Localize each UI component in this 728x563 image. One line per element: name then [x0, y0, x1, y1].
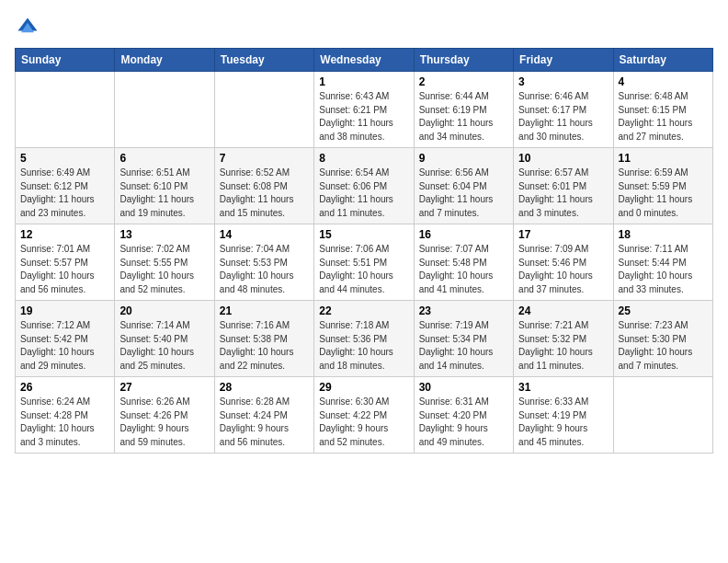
- calendar-cell: 25Sunrise: 7:23 AM Sunset: 5:30 PM Dayli…: [613, 301, 712, 377]
- calendar-week-row: 1Sunrise: 6:43 AM Sunset: 6:21 PM Daylig…: [16, 72, 713, 148]
- day-number: 22: [319, 304, 408, 317]
- day-number: 7: [220, 152, 309, 165]
- calendar-cell: 24Sunrise: 7:21 AM Sunset: 5:32 PM Dayli…: [514, 301, 613, 377]
- day-number: 6: [119, 152, 209, 165]
- day-info: Sunrise: 6:49 AM Sunset: 6:12 PM Dayligh…: [20, 167, 109, 220]
- calendar-header-saturday: Saturday: [613, 49, 712, 72]
- calendar-cell: [214, 72, 313, 148]
- day-info: Sunrise: 7:19 AM Sunset: 5:34 PM Dayligh…: [419, 319, 508, 373]
- calendar-cell: 18Sunrise: 7:11 AM Sunset: 5:44 PM Dayli…: [613, 224, 712, 301]
- day-number: 30: [419, 381, 508, 394]
- calendar-header-monday: Monday: [115, 49, 214, 72]
- calendar-cell: 23Sunrise: 7:19 AM Sunset: 5:34 PM Dayli…: [414, 301, 513, 377]
- calendar-header-sunday: Sunday: [16, 49, 115, 72]
- day-number: 11: [619, 152, 708, 165]
- day-info: Sunrise: 6:31 AM Sunset: 4:20 PM Dayligh…: [419, 396, 508, 449]
- day-info: Sunrise: 6:56 AM Sunset: 6:04 PM Dayligh…: [419, 167, 508, 220]
- calendar-cell: 29Sunrise: 6:30 AM Sunset: 4:22 PM Dayli…: [314, 377, 414, 454]
- day-number: 23: [419, 304, 508, 317]
- day-number: 19: [20, 304, 109, 317]
- day-info: Sunrise: 6:26 AM Sunset: 4:26 PM Dayligh…: [119, 396, 209, 449]
- day-number: 3: [518, 75, 608, 88]
- calendar-header-thursday: Thursday: [414, 49, 513, 72]
- day-number: 8: [319, 152, 408, 165]
- day-info: Sunrise: 6:30 AM Sunset: 4:22 PM Dayligh…: [319, 396, 408, 449]
- day-info: Sunrise: 7:09 AM Sunset: 5:46 PM Dayligh…: [518, 243, 608, 296]
- day-number: 18: [619, 228, 708, 241]
- day-info: Sunrise: 7:02 AM Sunset: 5:55 PM Dayligh…: [119, 243, 209, 296]
- calendar-cell: 8Sunrise: 6:54 AM Sunset: 6:06 PM Daylig…: [314, 148, 414, 224]
- calendar-cell: [115, 72, 214, 148]
- calendar-cell: 20Sunrise: 7:14 AM Sunset: 5:40 PM Dayli…: [115, 301, 214, 377]
- day-info: Sunrise: 6:57 AM Sunset: 6:01 PM Dayligh…: [518, 167, 608, 220]
- calendar-header-friday: Friday: [514, 49, 613, 72]
- calendar-cell: 16Sunrise: 7:07 AM Sunset: 5:48 PM Dayli…: [414, 224, 513, 301]
- calendar-cell: 9Sunrise: 6:56 AM Sunset: 6:04 PM Daylig…: [414, 148, 513, 224]
- day-number: 5: [20, 152, 109, 165]
- calendar-cell: 2Sunrise: 6:44 AM Sunset: 6:19 PM Daylig…: [414, 72, 513, 148]
- day-info: Sunrise: 6:28 AM Sunset: 4:24 PM Dayligh…: [220, 396, 309, 449]
- calendar-week-row: 5Sunrise: 6:49 AM Sunset: 6:12 PM Daylig…: [16, 148, 713, 224]
- day-number: 24: [518, 304, 608, 317]
- calendar-cell: [613, 377, 712, 454]
- day-info: Sunrise: 7:23 AM Sunset: 5:30 PM Dayligh…: [619, 319, 708, 373]
- day-info: Sunrise: 6:59 AM Sunset: 5:59 PM Dayligh…: [619, 167, 708, 220]
- calendar-cell: 1Sunrise: 6:43 AM Sunset: 6:21 PM Daylig…: [314, 72, 414, 148]
- calendar-table: SundayMondayTuesdayWednesdayThursdayFrid…: [15, 48, 713, 454]
- day-info: Sunrise: 7:16 AM Sunset: 5:38 PM Dayligh…: [220, 319, 309, 373]
- day-number: 20: [119, 304, 209, 317]
- calendar-cell: 15Sunrise: 7:06 AM Sunset: 5:51 PM Dayli…: [314, 224, 414, 301]
- day-info: Sunrise: 6:52 AM Sunset: 6:08 PM Dayligh…: [220, 167, 309, 220]
- day-number: 9: [419, 152, 508, 165]
- day-number: 10: [518, 152, 608, 165]
- calendar-header-wednesday: Wednesday: [314, 49, 414, 72]
- calendar-week-row: 19Sunrise: 7:12 AM Sunset: 5:42 PM Dayli…: [16, 301, 713, 377]
- logo-icon: [15, 15, 40, 40]
- calendar-cell: 14Sunrise: 7:04 AM Sunset: 5:53 PM Dayli…: [214, 224, 313, 301]
- calendar-week-row: 26Sunrise: 6:24 AM Sunset: 4:28 PM Dayli…: [16, 377, 713, 454]
- calendar-cell: 27Sunrise: 6:26 AM Sunset: 4:26 PM Dayli…: [115, 377, 214, 454]
- day-number: 13: [119, 228, 209, 241]
- calendar-cell: 7Sunrise: 6:52 AM Sunset: 6:08 PM Daylig…: [214, 148, 313, 224]
- calendar-week-row: 12Sunrise: 7:01 AM Sunset: 5:57 PM Dayli…: [16, 224, 713, 301]
- day-info: Sunrise: 7:06 AM Sunset: 5:51 PM Dayligh…: [319, 243, 408, 296]
- calendar-header-tuesday: Tuesday: [214, 49, 313, 72]
- day-info: Sunrise: 7:21 AM Sunset: 5:32 PM Dayligh…: [518, 319, 608, 373]
- day-info: Sunrise: 7:01 AM Sunset: 5:57 PM Dayligh…: [20, 243, 109, 296]
- day-number: 4: [619, 75, 708, 88]
- calendar-cell: 22Sunrise: 7:18 AM Sunset: 5:36 PM Dayli…: [314, 301, 414, 377]
- day-number: 2: [419, 75, 508, 88]
- calendar-cell: 11Sunrise: 6:59 AM Sunset: 5:59 PM Dayli…: [613, 148, 712, 224]
- calendar-cell: 30Sunrise: 6:31 AM Sunset: 4:20 PM Dayli…: [414, 377, 513, 454]
- day-info: Sunrise: 6:48 AM Sunset: 6:15 PM Dayligh…: [619, 90, 708, 144]
- day-info: Sunrise: 6:46 AM Sunset: 6:17 PM Dayligh…: [518, 90, 608, 144]
- day-info: Sunrise: 7:07 AM Sunset: 5:48 PM Dayligh…: [419, 243, 508, 296]
- day-info: Sunrise: 7:14 AM Sunset: 5:40 PM Dayligh…: [119, 319, 209, 373]
- day-info: Sunrise: 7:12 AM Sunset: 5:42 PM Dayligh…: [20, 319, 109, 373]
- day-number: 31: [518, 381, 608, 394]
- day-number: 16: [419, 228, 508, 241]
- calendar-cell: 17Sunrise: 7:09 AM Sunset: 5:46 PM Dayli…: [514, 224, 613, 301]
- day-info: Sunrise: 6:51 AM Sunset: 6:10 PM Dayligh…: [119, 167, 209, 220]
- calendar-cell: 31Sunrise: 6:33 AM Sunset: 4:19 PM Dayli…: [514, 377, 613, 454]
- day-number: 15: [319, 228, 408, 241]
- calendar-cell: 5Sunrise: 6:49 AM Sunset: 6:12 PM Daylig…: [16, 148, 115, 224]
- day-info: Sunrise: 6:44 AM Sunset: 6:19 PM Dayligh…: [419, 90, 508, 144]
- calendar-cell: 28Sunrise: 6:28 AM Sunset: 4:24 PM Dayli…: [214, 377, 313, 454]
- calendar-cell: 13Sunrise: 7:02 AM Sunset: 5:55 PM Dayli…: [115, 224, 214, 301]
- day-number: 1: [319, 75, 408, 88]
- day-number: 17: [518, 228, 608, 241]
- day-info: Sunrise: 7:04 AM Sunset: 5:53 PM Dayligh…: [220, 243, 309, 296]
- day-number: 27: [119, 381, 209, 394]
- day-number: 12: [20, 228, 109, 241]
- day-info: Sunrise: 6:54 AM Sunset: 6:06 PM Dayligh…: [319, 167, 408, 220]
- day-number: 21: [220, 304, 309, 317]
- day-number: 25: [619, 304, 708, 317]
- calendar-cell: 26Sunrise: 6:24 AM Sunset: 4:28 PM Dayli…: [16, 377, 115, 454]
- calendar-cell: [16, 72, 115, 148]
- calendar-cell: 3Sunrise: 6:46 AM Sunset: 6:17 PM Daylig…: [514, 72, 613, 148]
- calendar-header-row: SundayMondayTuesdayWednesdayThursdayFrid…: [16, 49, 713, 72]
- logo: [15, 15, 44, 40]
- day-info: Sunrise: 7:11 AM Sunset: 5:44 PM Dayligh…: [619, 243, 708, 296]
- day-number: 14: [220, 228, 309, 241]
